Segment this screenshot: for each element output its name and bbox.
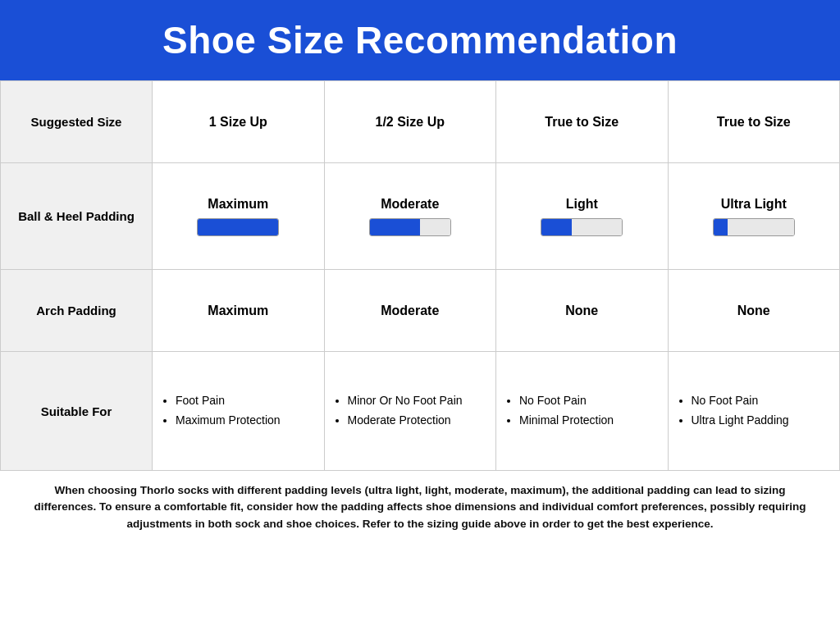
cell-padding-1: Maximum bbox=[153, 163, 325, 270]
bar-moderate-fill bbox=[370, 219, 420, 235]
cell-arch-3: None bbox=[496, 270, 669, 352]
cell-suitable-3: No Foot Pain Minimal Protection bbox=[496, 352, 669, 471]
cell-padding-2: Moderate bbox=[324, 163, 496, 270]
bar-moderate-inner bbox=[369, 218, 451, 236]
cell-suggested-3: True to Size bbox=[496, 81, 669, 163]
bar-moderate bbox=[333, 218, 488, 236]
bar-ultralight-inner bbox=[713, 218, 795, 236]
cell-suggested-4: True to Size bbox=[668, 81, 840, 163]
list-item: Minimal Protection bbox=[519, 411, 660, 431]
bar-max-inner bbox=[197, 218, 279, 236]
bar-light-empty bbox=[572, 219, 622, 235]
label-suggested-size: Suggested Size bbox=[1, 81, 153, 163]
list-suitable-2: Minor Or No Foot Pain Moderate Protectio… bbox=[333, 391, 488, 431]
list-item: Moderate Protection bbox=[348, 411, 488, 431]
cell-arch-2: Moderate bbox=[324, 270, 496, 352]
list-item: Foot Pain bbox=[176, 391, 316, 411]
list-item: Ultra Light Padding bbox=[692, 411, 832, 431]
cell-padding-4: Ultra Light bbox=[668, 163, 840, 270]
label-arch: Arch Padding bbox=[1, 270, 153, 352]
page-header: Shoe Size Recommendation bbox=[0, 0, 840, 80]
footer-note: When choosing Thorlo socks with differen… bbox=[0, 471, 840, 541]
bar-light-fill bbox=[541, 219, 572, 235]
cell-suitable-2: Minor Or No Foot Pain Moderate Protectio… bbox=[324, 352, 496, 471]
list-item: Maximum Protection bbox=[176, 411, 316, 431]
row-suitable-for: Suitable For Foot Pain Maximum Protectio… bbox=[1, 352, 840, 471]
list-item: No Foot Pain bbox=[692, 391, 832, 411]
row-suggested-size: Suggested Size 1 Size Up 1/2 Size Up Tru… bbox=[1, 81, 840, 163]
bar-ultralight-empty bbox=[728, 219, 793, 235]
bar-ultralight bbox=[677, 218, 832, 236]
cell-suggested-1: 1 Size Up bbox=[153, 81, 325, 163]
label-ball-heel: Ball & Heel Padding bbox=[1, 163, 153, 270]
list-suitable-1: Foot Pain Maximum Protection bbox=[161, 391, 316, 431]
cell-arch-4: None bbox=[668, 270, 840, 352]
cell-padding-3: Light bbox=[496, 163, 669, 270]
row-arch-padding: Arch Padding Maximum Moderate None None bbox=[1, 270, 840, 352]
list-suitable-4: No Foot Pain Ultra Light Padding bbox=[677, 391, 832, 431]
bar-ultralight-fill bbox=[714, 219, 728, 235]
comparison-table: Suggested Size 1 Size Up 1/2 Size Up Tru… bbox=[0, 80, 840, 471]
list-item: No Foot Pain bbox=[519, 391, 660, 411]
bar-max-fill bbox=[198, 219, 278, 235]
label-suitable: Suitable For bbox=[1, 352, 153, 471]
cell-suitable-1: Foot Pain Maximum Protection bbox=[153, 352, 325, 471]
comparison-table-wrapper: Suggested Size 1 Size Up 1/2 Size Up Tru… bbox=[0, 80, 840, 471]
bar-light bbox=[504, 218, 660, 236]
bar-moderate-empty bbox=[420, 219, 450, 235]
list-suitable-3: No Foot Pain Minimal Protection bbox=[504, 391, 660, 431]
bar-light-inner bbox=[541, 218, 623, 236]
list-item: Minor Or No Foot Pain bbox=[348, 391, 488, 411]
cell-arch-1: Maximum bbox=[153, 270, 325, 352]
bar-max bbox=[161, 218, 316, 236]
cell-suitable-4: No Foot Pain Ultra Light Padding bbox=[668, 352, 840, 471]
page-title: Shoe Size Recommendation bbox=[16, 18, 824, 62]
cell-suggested-2: 1/2 Size Up bbox=[324, 81, 496, 163]
row-ball-heel-padding: Ball & Heel Padding Maximum Moderate bbox=[1, 163, 840, 270]
